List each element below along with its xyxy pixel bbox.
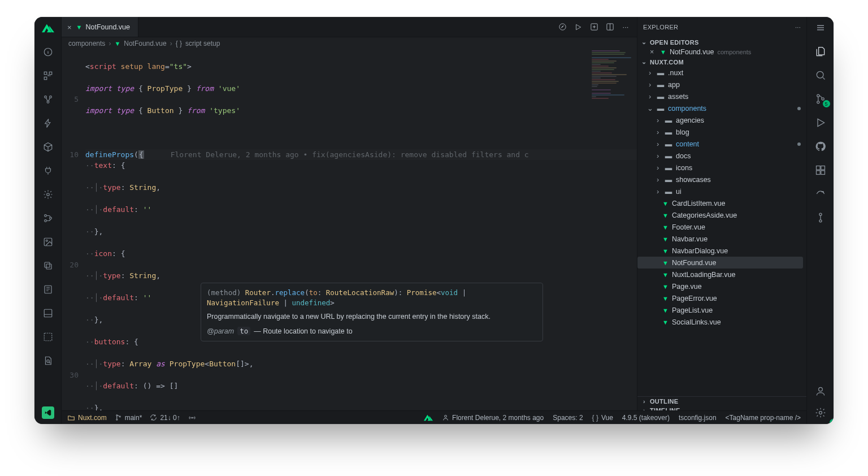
plug-icon[interactable] bbox=[41, 164, 55, 178]
minimap[interactable] bbox=[592, 50, 637, 146]
image-icon[interactable] bbox=[41, 235, 55, 249]
file-item[interactable]: ▼NavbarDialog.vue bbox=[637, 245, 806, 257]
folder-assets[interactable]: ›▬assets bbox=[637, 90, 806, 102]
file-item[interactable]: ▼Footer.vue bbox=[637, 221, 806, 233]
crumb-folder[interactable]: components bbox=[68, 40, 105, 47]
folder-app[interactable]: ›▬app bbox=[637, 79, 806, 90]
file-item[interactable]: ▼CardListItem.vue bbox=[637, 197, 806, 209]
gear-icon[interactable] bbox=[41, 188, 55, 201]
info-icon[interactable] bbox=[41, 45, 55, 59]
svg-rect-2 bbox=[49, 72, 52, 75]
settings-gear-icon[interactable] bbox=[815, 407, 826, 418]
menu-icon[interactable] bbox=[814, 21, 827, 34]
explorer-more-icon[interactable]: ··· bbox=[795, 24, 801, 31]
split-icon[interactable] bbox=[605, 23, 614, 32]
files-icon[interactable] bbox=[814, 45, 827, 58]
folder-showcases[interactable]: ›▬showcases bbox=[637, 174, 806, 185]
share-icon[interactable] bbox=[814, 188, 827, 200]
file-item[interactable]: ▼Page.vue bbox=[637, 280, 806, 292]
book-icon[interactable] bbox=[41, 283, 55, 296]
run-icon[interactable] bbox=[574, 23, 583, 32]
status-tsconfig[interactable]: tsconfig.json bbox=[679, 414, 717, 422]
svg-point-10 bbox=[49, 217, 51, 219]
file-item[interactable]: ▼NuxtLoadingBar.vue bbox=[637, 269, 806, 280]
svg-point-32 bbox=[818, 387, 822, 391]
hover-tooltip: (method) Router.replace(to: RouteLocatio… bbox=[201, 283, 543, 341]
activity-bar-left bbox=[34, 17, 62, 424]
status-spaces[interactable]: Spaces: 2 bbox=[553, 414, 583, 422]
code-editor[interactable]: 5 10 20 30 <script setup lang="ts"> impo… bbox=[62, 50, 637, 424]
vue-icon: ▼ bbox=[660, 49, 666, 55]
chevron-right-icon: › bbox=[108, 40, 111, 47]
svg-rect-29 bbox=[821, 171, 824, 175]
status-project[interactable]: Nuxt.com bbox=[67, 414, 107, 422]
status-sync[interactable]: 21↓ 0↑ bbox=[150, 414, 180, 422]
folder-content[interactable]: ›▬content bbox=[637, 138, 806, 150]
status-lang[interactable]: { }Vue bbox=[592, 414, 613, 422]
svg-point-7 bbox=[46, 193, 49, 196]
nuxt-logo-icon[interactable] bbox=[41, 21, 55, 35]
git-graph-icon[interactable] bbox=[814, 211, 827, 224]
folder-nuxt[interactable]: ›▬.nuxt bbox=[637, 67, 806, 79]
cube-icon[interactable] bbox=[41, 140, 55, 154]
file-item[interactable]: ▼PageList.vue bbox=[637, 304, 806, 316]
compass-icon[interactable] bbox=[558, 23, 567, 32]
tab-notfound[interactable]: × ▼ NotFound.vue bbox=[62, 17, 138, 37]
crumb-symbol[interactable]: script setup bbox=[185, 40, 220, 47]
file-item[interactable]: ▼PageError.vue bbox=[637, 292, 806, 304]
file-item-active[interactable]: ▼NotFound.vue bbox=[637, 257, 803, 269]
folder-components[interactable]: ⌄▬components bbox=[637, 102, 806, 114]
svg-rect-28 bbox=[816, 171, 820, 175]
search-icon[interactable] bbox=[814, 69, 827, 81]
modified-dot-icon bbox=[797, 107, 801, 110]
open-editor-item[interactable]: × ▼ NotFound.vue components bbox=[637, 47, 806, 57]
breadcrumbs[interactable]: components › ▼ NotFound.vue › { } script… bbox=[62, 37, 637, 50]
file-item[interactable]: ▼Navbar.vue bbox=[637, 233, 806, 245]
routes-icon[interactable] bbox=[41, 211, 55, 225]
close-icon[interactable]: × bbox=[650, 48, 657, 56]
github-icon[interactable] bbox=[814, 140, 827, 153]
folder-docs[interactable]: ›▬docs bbox=[637, 150, 806, 162]
folder-ui[interactable]: ›▬ui bbox=[637, 185, 806, 197]
outline-header[interactable]: ›OUTLINE bbox=[637, 397, 806, 406]
code-content[interactable]: <script setup lang="ts"> import type { P… bbox=[85, 50, 637, 424]
status-branch[interactable]: main* bbox=[115, 414, 142, 422]
status-live-icon[interactable] bbox=[188, 414, 196, 422]
extensions-icon[interactable] bbox=[814, 164, 827, 176]
status-volar[interactable]: 4.9.5 (takeover) bbox=[622, 414, 670, 422]
copy-icon[interactable] bbox=[41, 259, 55, 272]
svg-point-34 bbox=[116, 415, 117, 416]
tab-close-icon[interactable]: × bbox=[67, 23, 72, 32]
tab-more-icon[interactable]: ··· bbox=[621, 23, 630, 32]
vscode-badge-icon[interactable] bbox=[42, 406, 54, 419]
file-item[interactable]: ▼SocialLinks.vue bbox=[637, 316, 806, 328]
folder-blog[interactable]: ›▬blog bbox=[637, 126, 806, 138]
project-header[interactable]: ⌄NUXT.COM bbox=[637, 57, 806, 67]
svg-point-35 bbox=[116, 419, 117, 420]
panel-icon[interactable] bbox=[41, 306, 55, 320]
chevron-right-icon: › bbox=[170, 40, 172, 47]
folder-agencies[interactable]: ›▬agencies bbox=[637, 114, 806, 126]
thunder-icon[interactable] bbox=[41, 116, 55, 130]
composables-icon[interactable] bbox=[41, 93, 55, 106]
folder-icons[interactable]: ›▬icons bbox=[637, 162, 806, 174]
open-editors-header[interactable]: ⌄OPEN EDITORS bbox=[637, 37, 806, 47]
status-blame[interactable]: Florent Delerue, 2 months ago bbox=[442, 414, 544, 422]
svg-point-30 bbox=[819, 213, 821, 215]
modules-icon[interactable] bbox=[41, 69, 55, 83]
source-control-icon[interactable]: 5 bbox=[814, 93, 827, 105]
crumb-file[interactable]: NotFound.vue bbox=[124, 40, 166, 47]
git-count-badge: 5 bbox=[823, 100, 830, 107]
search-file-icon[interactable] bbox=[41, 354, 55, 367]
svg-point-24 bbox=[817, 101, 819, 103]
svg-rect-14 bbox=[45, 262, 50, 267]
file-item[interactable]: ▼CategoriesAside.vue bbox=[637, 209, 806, 221]
debug-icon[interactable] bbox=[814, 116, 827, 129]
hover-param: @paramto— Route location to navigate to bbox=[207, 326, 537, 336]
frame-icon[interactable] bbox=[41, 330, 55, 344]
svg-point-12 bbox=[46, 240, 47, 241]
account-icon[interactable]: 1 bbox=[815, 386, 826, 397]
status-vetur[interactable]: <TagName prop-name /> bbox=[726, 414, 801, 422]
status-nuxt-icon[interactable] bbox=[424, 414, 433, 421]
split-add-icon[interactable] bbox=[589, 23, 598, 32]
